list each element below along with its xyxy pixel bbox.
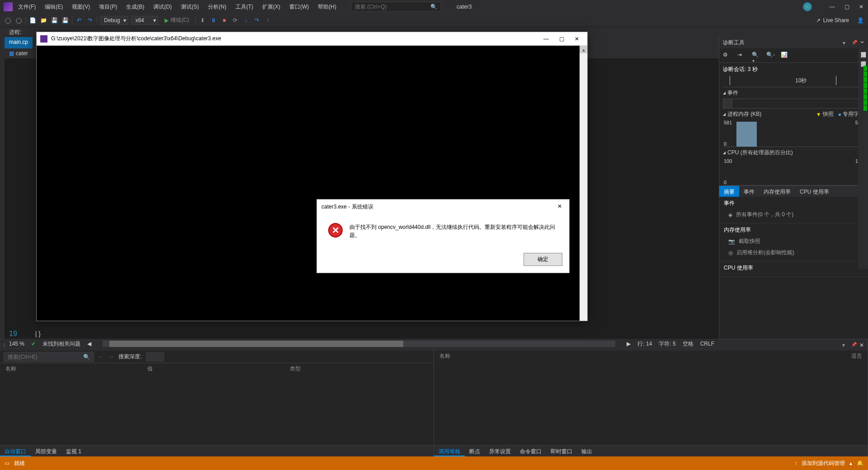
save-icon[interactable]: 💾 [50, 16, 58, 24]
tab-output[interactable]: 输出 [577, 446, 597, 456]
step-out-icon[interactable]: ↑ [264, 16, 272, 24]
menu-view[interactable]: 视图(V) [68, 1, 94, 13]
scroll-up-icon[interactable]: ▴ [580, 46, 587, 53]
menu-analyze[interactable]: 分析(N) [204, 1, 230, 13]
debug-restart-icon[interactable]: ⟳ [231, 16, 239, 24]
console-scrollbar[interactable]: ▴ [580, 46, 587, 321]
tab-command[interactable]: 命令窗口 [515, 446, 546, 456]
diag-snapshot-btn[interactable]: 📷截取快照 [724, 236, 863, 247]
liveshare-button[interactable]: ↗ Live Share [811, 15, 854, 25]
continue-button[interactable]: 继续(C) [161, 15, 193, 25]
notifications-icon[interactable]: 🔔 [857, 460, 863, 466]
menu-build[interactable]: 生成(B) [123, 1, 148, 13]
tab-auto-window[interactable]: 自动窗口 [0, 446, 31, 456]
nav-fwd-icon[interactable]: ◯ [14, 16, 23, 24]
console-maximize-button[interactable]: ▢ [558, 36, 565, 42]
hscroll-left-icon[interactable]: ◀ [87, 341, 91, 347]
zoom-in-icon[interactable]: 🔍+ [752, 52, 760, 60]
save-all-icon[interactable]: 💾 [61, 16, 69, 24]
menu-help[interactable]: 帮助(H) [314, 1, 340, 13]
tab-immediate[interactable]: 即时窗口 [546, 446, 577, 456]
zoom-out-icon[interactable]: 🔍- [766, 52, 774, 60]
debug-tool-icon[interactable]: ⬇ [198, 16, 207, 24]
tab-callstack[interactable]: 调用堆栈 [434, 446, 465, 456]
redo-icon[interactable]: ↷ [86, 16, 94, 24]
new-icon[interactable]: 📄 [28, 16, 37, 24]
diag-tabs: 摘要 事件 内存使用率 CPU 使用率 [719, 185, 868, 197]
nav-back-icon[interactable]: ◯ [4, 16, 12, 24]
account-icon[interactable] [803, 2, 812, 11]
diag-tab-cpu[interactable]: CPU 使用率 [795, 186, 834, 197]
menu-window[interactable]: 窗口(W) [286, 1, 312, 13]
zoom-level[interactable]: 145 % [9, 341, 24, 347]
auto-search-input[interactable] [8, 354, 80, 360]
menu-debug[interactable]: 调试(D) [150, 1, 175, 13]
error-icon: ✕ [328, 223, 343, 237]
error-titlebar[interactable]: cater3.exe - 系统错误 ✕ [317, 199, 569, 214]
tab-main-cpp[interactable]: main.cp [5, 37, 33, 48]
chart-icon[interactable]: 📊 [781, 52, 789, 60]
depth-input[interactable] [146, 352, 164, 361]
undo-icon[interactable]: ↶ [75, 16, 83, 24]
menu-test[interactable]: 测试(S) [177, 1, 203, 13]
open-icon[interactable]: 📁 [39, 16, 47, 24]
diag-tab-events[interactable]: 事件 [739, 186, 759, 197]
tab-watch1[interactable]: 监视 1 [61, 446, 86, 456]
maximize-button[interactable]: ▢ [844, 4, 850, 10]
pin-icon[interactable]: 📌 [851, 342, 857, 348]
spaces-indicator: 空格 [683, 340, 693, 348]
code-text: | } [35, 330, 41, 337]
console-body[interactable]: ▴ [37, 46, 587, 321]
error-ok-button[interactable]: 确定 [524, 253, 562, 266]
debug-pause-icon[interactable]: ⏸ [209, 16, 217, 24]
tab-breakpoints[interactable]: 断点 [465, 446, 485, 456]
diag-tab-summary[interactable]: 摘要 [719, 186, 739, 197]
nav-fwd-icon[interactable]: → [108, 354, 114, 360]
nav-back-icon[interactable]: ← [99, 354, 104, 360]
horizontal-scrollbar[interactable] [103, 341, 615, 347]
hscroll-right-icon[interactable]: ▶ [627, 341, 631, 347]
tab-exceptions[interactable]: 异常设置 [485, 446, 515, 456]
platform-dropdown[interactable]: x64 [131, 16, 158, 25]
error-close-button[interactable]: ✕ [557, 203, 565, 210]
side-tab-solution-explorer[interactable]: 解决方案资源管理器 [858, 43, 868, 52]
chevron-up-icon[interactable]: ▴ [849, 460, 852, 466]
auto-search[interactable]: 🔍 [4, 352, 94, 362]
step-into-icon[interactable]: ↓ [242, 16, 250, 24]
global-search[interactable]: 🔍 [351, 2, 441, 12]
diag-timeline[interactable]: 10秒 [723, 76, 864, 87]
menu-tools[interactable]: 工具(T) [232, 1, 257, 13]
diag-events-all[interactable]: ◈所有事件(0 个，共 0 个) [724, 209, 863, 220]
global-search-input[interactable] [355, 4, 427, 10]
side-tab-team-explorer[interactable]: 团队资源管理器 [858, 52, 868, 62]
pin-icon[interactable]: 📌 [852, 40, 857, 46]
close-button[interactable]: ✕ [858, 4, 864, 10]
line-indicator: 行: 14 [637, 340, 652, 348]
cpu-section-header[interactable]: CPU (所有处理器的百分比) [719, 147, 868, 158]
menu-extensions[interactable]: 扩展(X) [259, 1, 284, 13]
gear-icon[interactable]: ⚙ [723, 52, 731, 60]
menu-project[interactable]: 项目(P) [95, 1, 121, 13]
menu-file[interactable]: 文件(F) [14, 1, 39, 13]
minimize-button[interactable]: — [829, 4, 835, 10]
tab-cater[interactable]: ▦ cater [5, 48, 33, 58]
diag-tab-memory[interactable]: 内存使用率 [759, 186, 795, 197]
events-section-header[interactable]: 事件 [719, 87, 868, 99]
dropdown-icon[interactable]: ▾ [842, 342, 849, 348]
dropdown-icon[interactable]: ▾ [843, 40, 849, 46]
source-control-button[interactable]: 添加到源代码管理 [802, 460, 845, 467]
console-minimize-button[interactable]: — [543, 36, 549, 42]
diag-heap-btn[interactable]: ◎启用堆分析(会影响性能) [724, 247, 863, 258]
tab-locals[interactable]: 局部变量 [31, 446, 61, 456]
panel-close-icon[interactable]: ✕ [859, 342, 864, 348]
console-titlebar[interactable]: G:\zuoye\2021\数字图像处理与分析\code\cater3\x64\… [37, 32, 587, 46]
debug-stop-icon[interactable]: ■ [220, 16, 228, 24]
step-over-icon[interactable]: ↷ [253, 16, 261, 24]
memory-section-header[interactable]: 进程内存 (KB) ▼快照 ●专用字节 [719, 109, 868, 120]
export-icon[interactable]: ⇥ [737, 52, 745, 60]
console-close-button[interactable]: ✕ [574, 36, 580, 42]
menu-edit[interactable]: 编辑(E) [41, 1, 66, 13]
config-dropdown[interactable]: Debug [100, 16, 128, 25]
user-icon[interactable]: 👤 [856, 16, 864, 24]
diagnostics-panel: 诊断工具 ▾ 📌 ✕ ⚙ ⇥ 🔍+ 🔍- 📊 诊断会话: 3 秒 10秒 事件 … [719, 37, 868, 339]
